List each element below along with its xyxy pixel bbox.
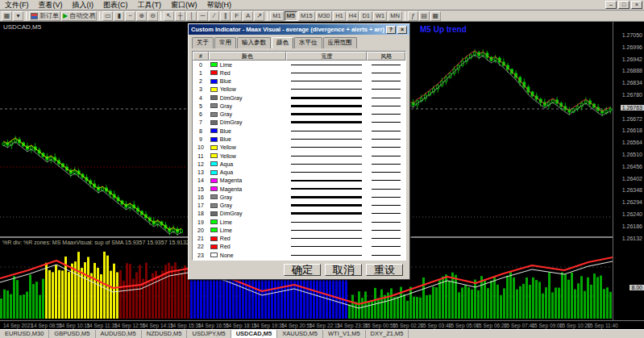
- color-cell[interactable]: Gray: [209, 202, 286, 208]
- style-cell[interactable]: [367, 147, 405, 148]
- cancel-button[interactable]: 取消: [325, 264, 362, 276]
- style-cell[interactable]: [367, 213, 405, 214]
- color-cell[interactable]: Magenta: [209, 177, 286, 183]
- width-cell[interactable]: [286, 204, 367, 207]
- style-cell[interactable]: [367, 81, 405, 81]
- table-row[interactable]: 9Blue: [193, 135, 405, 143]
- dialog-tab-颜色[interactable]: 颜色: [272, 37, 293, 48]
- width-cell[interactable]: [286, 131, 367, 131]
- color-cell[interactable]: Aqua: [209, 161, 286, 167]
- channel-icon[interactable]: ∥: [220, 11, 231, 21]
- style-cell[interactable]: [367, 98, 405, 98]
- style-cell[interactable]: [367, 122, 405, 123]
- price-axis[interactable]: 1.270501.269961.269421.268881.268341.267…: [613, 22, 644, 320]
- width-cell[interactable]: [286, 113, 367, 115]
- minimize-icon[interactable]: –: [605, 1, 617, 9]
- time-axis[interactable]: 14 Sep 202114 Sep 08:5514 Sep 10:1514 Se…: [0, 320, 644, 329]
- menu-item-文[interactable]: 文件(F): [0, 1, 34, 9]
- cursor-icon[interactable]: ↖: [164, 11, 174, 21]
- trendline-icon[interactable]: ∕: [209, 11, 219, 21]
- style-cell[interactable]: [367, 189, 405, 190]
- chart-tab-NZDUSD[interactable]: NZDUSD,M5: [142, 330, 188, 338]
- style-cell[interactable]: [367, 255, 405, 256]
- indicators-icon[interactable]: ƒ: [408, 11, 418, 21]
- style-cell[interactable]: [367, 197, 405, 198]
- autotrading-button[interactable]: ▶ 自动交易: [61, 11, 97, 21]
- width-cell[interactable]: [286, 188, 367, 190]
- table-row[interactable]: 17Gray: [193, 202, 405, 210]
- timeframe-M30[interactable]: M30: [316, 11, 333, 21]
- color-cell[interactable]: Red: [209, 70, 286, 76]
- color-cell[interactable]: Red: [209, 236, 286, 241]
- new-order-button[interactable]: 新订单: [29, 11, 60, 21]
- width-cell[interactable]: [286, 212, 367, 215]
- dialog-tab-常用[interactable]: 常用: [214, 37, 236, 48]
- color-cell[interactable]: None: [209, 252, 286, 258]
- width-cell[interactable]: [286, 105, 367, 107]
- width-cell[interactable]: [286, 196, 367, 198]
- table-row[interactable]: 20Lime: [193, 226, 405, 234]
- zoom-in-icon[interactable]: ⊕: [136, 11, 147, 21]
- color-cell[interactable]: Blue: [209, 78, 286, 84]
- table-row[interactable]: 2Blue: [193, 77, 405, 86]
- width-cell[interactable]: [286, 147, 367, 148]
- color-cell[interactable]: Blue: [209, 136, 286, 142]
- timeframe-MN[interactable]: MN: [388, 11, 402, 21]
- menu-item-查[interactable]: 查看(V): [34, 1, 68, 9]
- table-row[interactable]: 18DimGray: [193, 210, 405, 218]
- color-cell[interactable]: Lime: [209, 62, 286, 68]
- text-icon[interactable]: A: [243, 11, 253, 21]
- timeframe-M1[interactable]: M1: [270, 11, 283, 21]
- table-row[interactable]: 19Lime: [193, 218, 405, 226]
- width-cell[interactable]: [286, 222, 367, 223]
- timeframe-D1[interactable]: D1: [359, 11, 372, 21]
- color-cell[interactable]: Gray: [209, 103, 286, 109]
- table-row[interactable]: 22Red: [193, 243, 405, 251]
- arrow-icon[interactable]: ↗: [254, 11, 264, 21]
- width-cell[interactable]: [286, 89, 367, 90]
- table-row[interactable]: 21Red: [193, 235, 405, 243]
- column-header-1[interactable]: 颜色: [209, 52, 286, 61]
- style-cell[interactable]: [367, 139, 405, 140]
- line-chart-icon[interactable]: ~: [125, 11, 135, 21]
- color-cell[interactable]: DimGray: [209, 95, 286, 101]
- color-cell[interactable]: Lime: [209, 227, 286, 233]
- style-cell[interactable]: [367, 180, 405, 181]
- menu-item-图[interactable]: 图表(C): [98, 1, 133, 9]
- color-cell[interactable]: Gray: [209, 111, 286, 117]
- width-cell[interactable]: [286, 180, 367, 182]
- restore-icon[interactable]: □: [618, 1, 629, 9]
- chart-tab-WTI_V1[interactable]: WTI_V1,M5: [323, 330, 366, 338]
- style-cell[interactable]: [367, 222, 405, 223]
- table-row[interactable]: 6Gray: [193, 111, 405, 119]
- menu-item-帮[interactable]: 帮助(H): [202, 1, 237, 9]
- table-row[interactable]: 16Gray: [193, 193, 405, 201]
- color-cell[interactable]: Gray: [209, 194, 286, 200]
- color-cell[interactable]: Red: [209, 244, 286, 249]
- chart-tab-AUDUSD[interactable]: AUDUSD,M5: [96, 330, 142, 338]
- color-cell[interactable]: Magenta: [209, 186, 286, 192]
- style-cell[interactable]: [367, 205, 405, 206]
- style-cell[interactable]: [367, 106, 405, 106]
- chart-tab-USDJPY[interactable]: USDJPY,M5: [187, 330, 231, 338]
- color-cell[interactable]: DimGray: [209, 119, 286, 125]
- chart-tab-GBPUSD[interactable]: GBPUSD,M5: [49, 330, 95, 338]
- table-row[interactable]: 1Red: [193, 69, 405, 77]
- bar-chart-icon[interactable]: ▭: [102, 11, 113, 21]
- dialog-tab-关于[interactable]: 关于: [192, 37, 214, 48]
- chart-tab-USDCAD[interactable]: USDCAD,M5: [231, 330, 278, 338]
- color-cell[interactable]: Yellow: [209, 144, 286, 150]
- zoom-out-icon[interactable]: ⊖: [147, 11, 158, 21]
- table-row[interactable]: 12Aqua: [193, 160, 405, 168]
- dialog-title-bar[interactable]: Custom Indicator - Maax Visual - average…: [189, 24, 409, 35]
- width-cell[interactable]: [286, 81, 367, 81]
- color-cell[interactable]: Aqua: [209, 169, 286, 175]
- style-cell[interactable]: [367, 131, 405, 131]
- table-row[interactable]: 14Magenta: [193, 177, 405, 185]
- style-cell[interactable]: [367, 73, 405, 73]
- chart-tab-EURUSD[interactable]: EURUSD,M30: [0, 330, 49, 338]
- style-cell[interactable]: [367, 89, 405, 90]
- width-cell[interactable]: [286, 97, 367, 99]
- width-cell[interactable]: [286, 65, 367, 65]
- timeframe-W1[interactable]: W1: [373, 11, 387, 21]
